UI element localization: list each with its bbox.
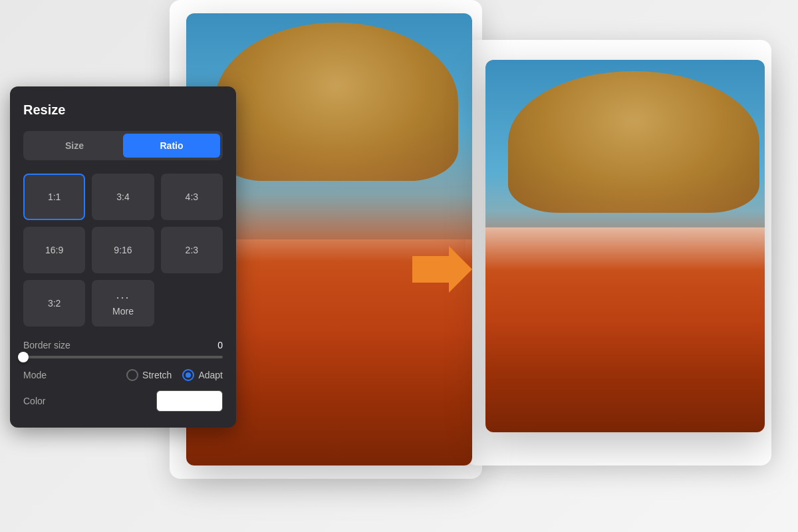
- ratio-9-16[interactable]: 9:16: [92, 227, 154, 273]
- ratio-more[interactable]: ··· More: [92, 280, 154, 327]
- mode-label: Mode: [23, 370, 57, 380]
- ratio-16-9[interactable]: 16:9: [23, 227, 85, 273]
- transform-arrow: [412, 246, 472, 302]
- stretch-option[interactable]: Stretch: [126, 369, 172, 381]
- slider-thumb[interactable]: [18, 352, 29, 362]
- ratio-4-3-label: 4:3: [186, 192, 198, 202]
- resize-panel: Resize Size Ratio 1:1 3:4 4:3 16:9 9:16 …: [10, 86, 236, 428]
- color-row: Color: [23, 390, 223, 412]
- ratio-9-16-label: 9:16: [114, 245, 132, 255]
- ratio-3-4-label: 3:4: [116, 192, 129, 202]
- stretch-label: Stretch: [142, 370, 172, 380]
- color-swatch[interactable]: [156, 390, 223, 412]
- mode-radio-group: Stretch Adapt: [126, 369, 223, 381]
- mode-row: Mode Stretch Adapt: [23, 369, 223, 381]
- size-toggle-button[interactable]: Size: [26, 134, 123, 158]
- stretch-radio[interactable]: [126, 369, 138, 381]
- adapt-radio[interactable]: [182, 369, 194, 381]
- border-size-label: Border size: [23, 340, 70, 350]
- adapt-option[interactable]: Adapt: [182, 369, 223, 381]
- ratio-16-9-label: 16:9: [45, 245, 63, 255]
- ratio-3-4[interactable]: 3:4: [92, 174, 154, 220]
- border-size-slider-container[interactable]: [23, 356, 223, 358]
- ratio-2-3-label: 2:3: [186, 245, 198, 255]
- panel-title: Resize: [23, 102, 223, 118]
- slider-track: [23, 356, 223, 358]
- size-ratio-toggle: Size Ratio: [23, 131, 223, 160]
- more-label: More: [112, 306, 134, 317]
- more-dots-icon: ···: [116, 291, 130, 305]
- ratio-3-2-label: 3:2: [48, 298, 61, 309]
- ratio-3-2[interactable]: 3:2: [23, 280, 85, 327]
- ratio-4-3[interactable]: 4:3: [161, 174, 223, 220]
- ratio-toggle-button[interactable]: Ratio: [123, 134, 220, 158]
- border-size-row: Border size 0: [23, 340, 223, 350]
- ratio-2-3[interactable]: 2:3: [161, 227, 223, 273]
- adapt-radio-dot: [186, 372, 191, 378]
- after-image: [485, 60, 765, 432]
- border-size-value: 0: [217, 340, 223, 350]
- svg-marker-0: [412, 246, 472, 293]
- color-label: Color: [23, 396, 156, 406]
- adapt-label: Adapt: [198, 370, 223, 380]
- ratio-1-1-label: 1:1: [48, 192, 61, 202]
- ratio-grid: 1:1 3:4 4:3 16:9 9:16 2:3 3:2 ··· More: [23, 174, 223, 327]
- ratio-1-1[interactable]: 1:1: [23, 174, 85, 220]
